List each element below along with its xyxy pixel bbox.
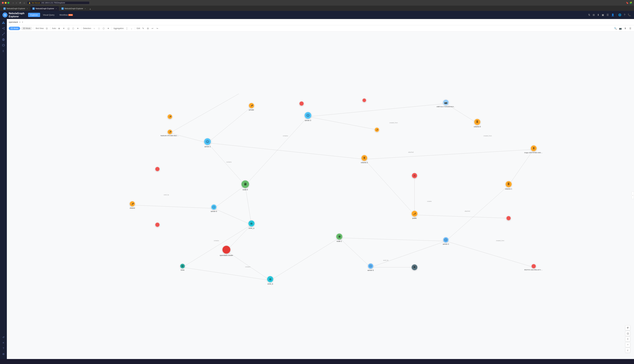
- minimize-traffic-light[interactable]: [5, 2, 6, 4]
- node-eye[interactable]: 👁: [412, 264, 418, 270]
- download-icon[interactable]: ⬇: [596, 13, 600, 17]
- graph-canvas[interactable]: contains contains created_from attached …: [7, 32, 634, 359]
- globe-icon[interactable]: 🌐: [618, 13, 622, 17]
- browser-tab-3[interactable]: N NebulaGraph Explorer ×: [59, 6, 88, 11]
- sidebar-icon-graph[interactable]: [1, 20, 6, 25]
- node-server-1[interactable]: S server-1: [204, 138, 211, 148]
- fullscreen-traffic-light[interactable]: [8, 2, 9, 4]
- node-server-0[interactable]: server-0: [210, 204, 217, 212]
- help-icon[interactable]: ?: [623, 13, 626, 17]
- search-btn[interactable]: 🔍: [614, 26, 617, 30]
- aggregation-btn-2[interactable]: ⌵: [130, 26, 134, 30]
- nav-item-explorer[interactable]: Explorer: [28, 13, 40, 17]
- node-nova[interactable]: ⊟ nova: [180, 264, 185, 271]
- node-private[interactable]: 𝒫 private: [249, 103, 254, 111]
- node-zone-a[interactable]: ⊟ zone_a: [248, 220, 254, 229]
- browser-tab-1[interactable]: N NebulaGraph Explorer ×: [1, 6, 30, 11]
- auto-btn-5[interactable]: ✦: [76, 26, 80, 30]
- sidebar-icon-hexagon[interactable]: [1, 43, 6, 48]
- node-image[interactable]: 🗄 image-c2f0470f-fd09-4985-ae4f-bbccf8aa…: [524, 145, 543, 154]
- nav-item-workflow[interactable]: Workflow Beta: [57, 13, 75, 17]
- detection-btn-2[interactable]: □: [97, 26, 101, 30]
- node-volume-2[interactable]: 🗄 volume-2: [361, 155, 368, 164]
- node-node-0[interactable]: 🖥 node-0: [241, 180, 249, 190]
- node-openstack-cluster[interactable]: openstack.cluster: [220, 246, 233, 256]
- node-red-1[interactable]: [299, 101, 304, 106]
- address-bar[interactable]: 🔒 Not Secure 192.168.8.131:7002/explorer: [27, 1, 90, 4]
- node-orange-2[interactable]: ⎇: [375, 128, 379, 132]
- detection-btn-1[interactable]: ○: [92, 26, 96, 30]
- zoom-out-button[interactable]: −: [625, 342, 630, 347]
- forward-button[interactable]: ›: [15, 1, 18, 4]
- home-button[interactable]: ⌂: [22, 1, 26, 4]
- bird-view-btn[interactable]: ⊡: [45, 26, 49, 30]
- node-orange-1[interactable]: 𝒫: [168, 114, 172, 119]
- new-tab-button[interactable]: +: [88, 8, 92, 11]
- sidebar-icon-share[interactable]: [1, 26, 6, 31]
- fullscreen-button[interactable]: ⊡: [625, 331, 630, 336]
- canvas-tab-label[interactable]: openstack: [9, 21, 18, 23]
- sidebar-icon-sigma[interactable]: Σ: [1, 48, 6, 53]
- layout-icon[interactable]: ☰: [606, 13, 609, 17]
- node-red-3[interactable]: [362, 98, 366, 102]
- node-red-5[interactable]: ♺: [412, 173, 417, 178]
- auto-btn-2[interactable]: ✕: [62, 26, 66, 30]
- extension-icon[interactable]: 🧩: [630, 2, 632, 4]
- node-server-3[interactable]: S server-3: [304, 112, 312, 121]
- sidebar-icon-path[interactable]: [1, 32, 6, 36]
- node-public[interactable]: ⎇ public: [412, 211, 418, 219]
- node-volume-1[interactable]: 🗄 volume-1: [505, 181, 512, 190]
- detection-btn-4[interactable]: ✦: [106, 26, 110, 30]
- auto-btn-1[interactable]: ⊕: [57, 26, 61, 30]
- close-traffic-light[interactable]: [2, 2, 4, 4]
- phone-icon[interactable]: 📞: [627, 13, 632, 17]
- user-icon[interactable]: 👤: [610, 13, 615, 17]
- auto-btn-3[interactable]: ◱: [66, 26, 70, 30]
- node-server-2[interactable]: server-2: [443, 237, 449, 245]
- detection-btn-3[interactable]: ⬡: [102, 26, 106, 30]
- reload-button[interactable]: ↺: [18, 1, 22, 4]
- node-zone-b[interactable]: ⊟ zone_b: [267, 276, 273, 285]
- console-icon[interactable]: ▣: [601, 13, 605, 17]
- bookmark-icon[interactable]: 🔖: [626, 2, 628, 4]
- edit-btn-2[interactable]: ⊟: [146, 26, 150, 30]
- browser-tab-2[interactable]: N NebulaGraph Explorer ×: [30, 6, 59, 11]
- edit-btn-1[interactable]: ✎: [141, 26, 145, 30]
- redo-btn[interactable]: ↪: [156, 26, 159, 30]
- back-button[interactable]: ‹: [12, 1, 14, 4]
- aggregation-btn-1[interactable]: ⌶: [125, 26, 129, 30]
- zoom-in-button[interactable]: +: [625, 336, 630, 342]
- auto-btn-4[interactable]: ⬡: [71, 26, 75, 30]
- tab-close-3[interactable]: ×: [85, 8, 86, 10]
- fit-view-button[interactable]: [625, 325, 630, 330]
- node-pid-1[interactable]: 𝒫 f4a0b199-47f4-4d95-88e2-97ffa43c1bcfe: [160, 130, 179, 136]
- schema-icon[interactable]: ⊞: [592, 13, 595, 17]
- collapse-all-button[interactable]: ⟪: [625, 348, 630, 353]
- nav-item-visual-query[interactable]: Visual Query: [41, 13, 57, 17]
- node-shared[interactable]: 𝒫 shared: [130, 201, 135, 209]
- export-btn[interactable]: ⬆: [624, 26, 627, 30]
- mode-3d-button[interactable]: 3D Mode: [21, 27, 32, 30]
- sidebar-icon-table[interactable]: ≡: [1, 340, 6, 345]
- node-server-5[interactable]: server-5: [368, 264, 374, 271]
- undo-btn[interactable]: ↩: [151, 26, 154, 30]
- node-red-4[interactable]: [155, 222, 160, 227]
- tab-close-1[interactable]: ×: [27, 8, 28, 10]
- node-node-1[interactable]: 🖥 node-1: [336, 234, 342, 242]
- import-icon[interactable]: ⇅: [588, 13, 591, 17]
- node-volume-0[interactable]: 🗄 volume-0: [474, 119, 481, 128]
- node-red-7[interactable]: 98187cfc-ceea-496a-a572-a9bb14e586ed: [524, 264, 543, 270]
- sidebar-icon-settings[interactable]: ⚙: [1, 352, 6, 356]
- camera-btn[interactable]: 📷: [618, 26, 622, 30]
- canvas-tab-close[interactable]: ×: [19, 21, 20, 24]
- node-snapshot[interactable]: 📷 c9db7c2a-c71251b9d-8019-14b82de8542d: [436, 100, 455, 108]
- collapse-panel-button[interactable]: ‹: [632, 192, 634, 199]
- sidebar-icon-history[interactable]: ↺: [1, 335, 6, 340]
- tab-close-2[interactable]: ×: [56, 8, 57, 10]
- node-red-6[interactable]: [506, 216, 511, 220]
- node-red-2[interactable]: [155, 167, 160, 171]
- sidebar-icon-filter[interactable]: [1, 37, 6, 42]
- list-btn[interactable]: ☰: [628, 26, 632, 30]
- canvas-tab-add[interactable]: +: [22, 21, 23, 24]
- sidebar-icon-help[interactable]: ?: [1, 346, 6, 351]
